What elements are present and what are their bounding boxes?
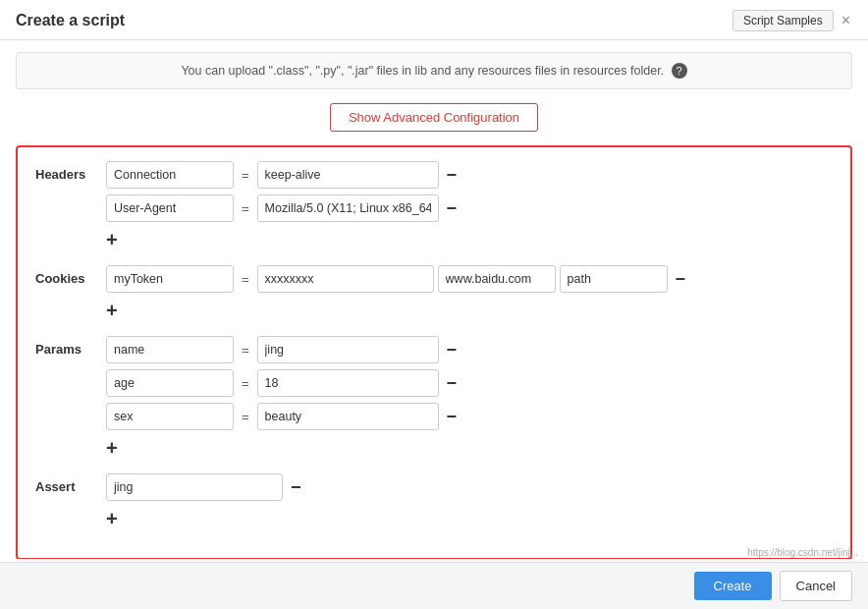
- param-row-2: = −: [106, 403, 833, 430]
- assert-add-button[interactable]: +: [106, 509, 118, 528]
- equals-cookie-0: =: [242, 272, 249, 287]
- header-remove-1[interactable]: −: [443, 199, 461, 217]
- equals-0: =: [242, 168, 249, 183]
- assert-row-0: −: [106, 473, 833, 501]
- cookie-remove-0[interactable]: −: [672, 270, 690, 288]
- params-content: = − = − = −: [106, 336, 833, 458]
- param-value-2[interactable]: [257, 403, 439, 430]
- param-value-1[interactable]: [257, 369, 439, 397]
- modal-footer: Create Cancel: [0, 562, 868, 609]
- cookie-value-0[interactable]: [257, 265, 434, 293]
- cookies-section: Cookies = − +: [35, 265, 833, 320]
- header-key-0[interactable]: [106, 161, 234, 189]
- header-row-1: = −: [106, 194, 833, 222]
- param-remove-0[interactable]: −: [443, 341, 461, 359]
- assert-value-0[interactable]: [106, 473, 283, 501]
- modal-header: Create a script Script Samples ×: [0, 0, 868, 40]
- create-button[interactable]: Create: [694, 572, 772, 600]
- header-remove-0[interactable]: −: [443, 166, 461, 184]
- cookie-row-0: = −: [106, 265, 833, 293]
- headers-content: = − = − +: [106, 161, 833, 249]
- modal-container: Create a script Script Samples × You can…: [0, 0, 868, 609]
- equals-param-0: =: [242, 343, 249, 358]
- cancel-button[interactable]: Cancel: [780, 571, 852, 601]
- cookie-add-button[interactable]: +: [106, 301, 118, 320]
- assert-content: − +: [106, 473, 833, 528]
- header-add-button[interactable]: +: [106, 230, 118, 249]
- param-remove-1[interactable]: −: [443, 374, 461, 392]
- assert-section: Assert − +: [35, 473, 833, 528]
- cookie-name-0[interactable]: [106, 265, 234, 293]
- param-row-0: = −: [106, 336, 833, 363]
- header-row-0: = −: [106, 161, 833, 189]
- info-bar: You can upload ".class", ".py", ".jar" f…: [16, 52, 852, 89]
- header-value-0[interactable]: [257, 161, 439, 189]
- params-section: Params = − = −: [35, 336, 833, 458]
- equals-1: =: [242, 201, 249, 216]
- param-remove-2[interactable]: −: [443, 408, 461, 425]
- header-key-1[interactable]: [106, 194, 234, 222]
- param-value-0[interactable]: [257, 336, 439, 363]
- modal-title: Create a script: [16, 12, 125, 29]
- param-key-1[interactable]: [106, 369, 234, 397]
- param-add-button[interactable]: +: [106, 438, 118, 458]
- script-samples-button[interactable]: Script Samples: [732, 10, 834, 31]
- cookies-content: = − +: [106, 265, 833, 320]
- help-icon[interactable]: ?: [672, 63, 687, 79]
- cookie-domain-0[interactable]: [438, 265, 556, 293]
- close-button[interactable]: ×: [840, 13, 852, 28]
- modal-body: You can upload ".class", ".py", ".jar" f…: [0, 40, 868, 559]
- param-row-1: = −: [106, 369, 833, 397]
- top-right-actions: Script Samples ×: [732, 10, 852, 31]
- assert-remove-0[interactable]: −: [287, 478, 305, 496]
- header-value-1[interactable]: [257, 194, 439, 222]
- info-text: You can upload ".class", ".py", ".jar" f…: [181, 64, 664, 78]
- headers-label: Headers: [35, 161, 106, 182]
- param-key-0[interactable]: [106, 336, 234, 363]
- cookie-path-0[interactable]: [560, 265, 668, 293]
- param-key-2[interactable]: [106, 403, 234, 430]
- show-advanced-button[interactable]: Show Advanced Configuration: [330, 103, 538, 132]
- watermark: https://blog.csdn.net/jinj...: [747, 547, 858, 558]
- equals-param-1: =: [242, 376, 249, 391]
- headers-section: Headers = − = − +: [35, 161, 833, 249]
- config-box: Headers = − = − +: [16, 145, 852, 559]
- assert-label: Assert: [35, 473, 106, 494]
- equals-param-2: =: [242, 410, 249, 424]
- params-label: Params: [35, 336, 106, 357]
- cookies-label: Cookies: [35, 265, 106, 286]
